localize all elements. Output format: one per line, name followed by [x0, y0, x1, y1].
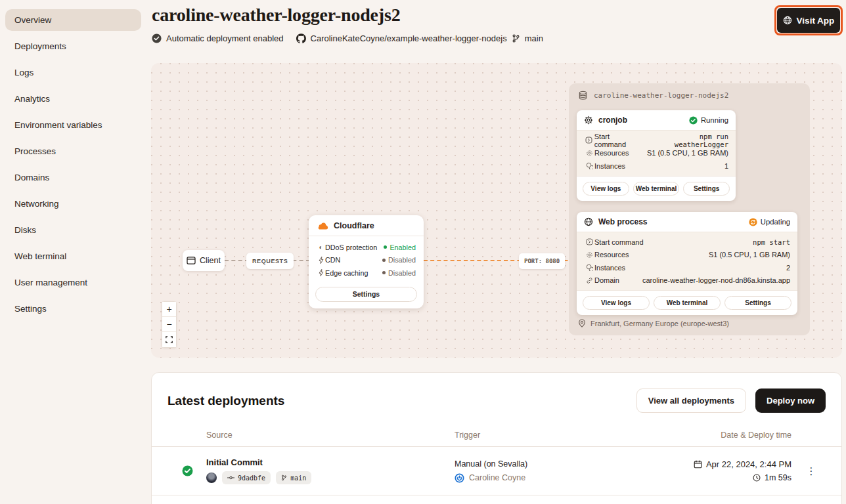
start-command-icon	[584, 136, 594, 144]
cloudflare-card[interactable]: Cloudflare ◐ DDoS protection Enabled CDN…	[309, 215, 424, 308]
deployment-success-icon	[167, 465, 206, 476]
bolt-icon	[317, 257, 325, 264]
requests-edge-label: REQUESTS	[246, 253, 294, 269]
column-date-deploy-time: Date & Deploy time	[643, 430, 791, 440]
cronjob-start-command-row: Start command npm run weatherLogger	[584, 134, 728, 147]
commit-hash-badge[interactable]: 9dadbfe	[222, 471, 271, 484]
cronjob-process-card[interactable]: cronjob Running Start command n	[577, 110, 736, 201]
branch-label[interactable]: main	[525, 33, 543, 43]
cronjob-resources-row: Resources S1 (0.5 CPU, 1 GB RAM)	[584, 147, 728, 160]
row-menu-kebab[interactable]: ⋮	[791, 465, 831, 477]
web-web-terminal-button[interactable]: Web terminal	[654, 296, 721, 310]
row-label: Start command	[594, 133, 642, 148]
domain-link[interactable]: caroline-weather-logger-nod-dn86a.kinsta…	[642, 276, 790, 284]
commit-icon	[227, 475, 234, 480]
row-label: Domain	[594, 276, 619, 284]
author-name[interactable]: Caroline Coyne	[469, 473, 525, 482]
deployment-row[interactable]: Initial Commit 9dadbfe main	[152, 447, 841, 495]
cronjob-settings-button[interactable]: Settings	[683, 182, 730, 196]
client-node[interactable]: Client	[183, 250, 225, 271]
view-all-deployments-button[interactable]: View all deployments	[636, 388, 746, 413]
row-label: Instances	[594, 264, 625, 272]
cronjob-title: cronjob	[598, 116, 627, 125]
row-label: Resources	[594, 149, 629, 157]
sidebar-item-web-terminal[interactable]: Web terminal	[5, 245, 141, 267]
location-pin-icon	[578, 319, 586, 327]
cronjob-view-logs-button[interactable]: View logs	[583, 182, 629, 196]
web-start-command-row: Start command npm start	[584, 236, 790, 249]
web-settings-button[interactable]: Settings	[724, 296, 791, 310]
instances-icon	[584, 162, 594, 169]
sidebar-item-domains[interactable]: Domains	[5, 167, 141, 188]
branch-icon	[512, 34, 520, 43]
row-value: 2	[786, 264, 790, 272]
sidebar-item-deployments[interactable]: Deployments	[5, 35, 141, 57]
sidebar-item-analytics[interactable]: Analytics	[5, 88, 141, 110]
sidebar-item-overview[interactable]: Overview	[5, 9, 141, 31]
web-process-card[interactable]: Web process Updating Start command	[577, 212, 797, 315]
branch-badge[interactable]: main	[276, 471, 311, 484]
sidebar-item-processes[interactable]: Processes	[5, 140, 141, 162]
row-value: 1	[724, 162, 728, 170]
start-command-icon	[584, 238, 594, 245]
row-value: npm start	[753, 238, 790, 246]
sidebar-item-networking[interactable]: Networking	[5, 193, 141, 215]
bolt-icon	[317, 269, 325, 276]
row-label: Start command	[594, 238, 644, 246]
row-value: npm run weatherLogger	[642, 133, 728, 148]
port-edge-label: PORT: 8080	[519, 253, 565, 269]
client-label: Client	[200, 256, 221, 265]
web-resources-row: Resources S1 (0.5 CPU, 1 GB RAM)	[584, 249, 790, 262]
architecture-diagram[interactable]: Client REQUESTS Cloudflare ◐ DDoS protec…	[151, 63, 842, 358]
cloudflare-row-label: DDoS protection	[325, 243, 377, 251]
repo-link[interactable]: CarolineKateCoyne/example-weather-logger…	[311, 33, 507, 43]
cloudflare-row-cdn: CDN Disabled	[317, 254, 416, 267]
cloudflare-row-ddos: ◐ DDoS protection Enabled	[317, 241, 416, 254]
page-title: caroline-weather-logger-nodejs2	[152, 5, 400, 26]
zoom-in-button[interactable]: +	[162, 302, 176, 317]
committer-avatar	[206, 472, 217, 483]
sidebar-item-settings[interactable]: Settings	[5, 298, 141, 320]
app-overview-page: Overview Deployments Logs Analytics Envi…	[0, 0, 846, 504]
row-value: S1 (0.5 CPU, 1 GB RAM)	[709, 251, 790, 259]
sidebar: Overview Deployments Logs Analytics Envi…	[0, 0, 151, 504]
column-trigger: Trigger	[455, 430, 643, 440]
cloudflare-row-label: Edge caching	[325, 269, 368, 277]
column-source: Source	[206, 430, 455, 440]
clock-icon	[753, 474, 761, 482]
app-group-card[interactable]: caroline-weather-logger-nodejs2 cronjob …	[569, 83, 810, 335]
trigger-type: Manual (on Sevalla)	[455, 459, 643, 469]
cronjob-web-terminal-button[interactable]: Web terminal	[633, 182, 680, 196]
commit-message: Initial Commit	[206, 457, 455, 467]
latest-deployments-card: Latest deployments View all deployments …	[151, 372, 842, 504]
auto-deploy-label: Automatic deployment enabled	[166, 33, 284, 43]
cloudflare-settings-button[interactable]: Settings	[315, 287, 417, 302]
region-label: Frankfurt, Germany Europe (europe-west3)	[590, 320, 729, 327]
gear-icon	[584, 116, 593, 125]
resources-icon	[584, 150, 594, 157]
resources-icon	[584, 251, 594, 259]
fit-view-button[interactable]	[162, 332, 176, 347]
browser-icon	[187, 257, 196, 264]
deploy-now-button[interactable]: Deploy now	[755, 388, 826, 413]
sidebar-item-environment-variables[interactable]: Environment variables	[5, 114, 141, 136]
app-group-title: caroline-weather-logger-nodejs2	[594, 91, 728, 100]
author-avatar-icon	[455, 473, 464, 483]
visit-app-button[interactable]: Visit App	[777, 8, 840, 33]
cloudflare-row-value: Disabled	[388, 256, 416, 264]
header-meta: Automatic deployment enabled CarolineKat…	[152, 33, 543, 43]
link-icon	[584, 277, 594, 284]
branch-icon	[281, 474, 287, 481]
cronjob-status-label: Running	[701, 116, 728, 124]
branch-name: main	[290, 474, 306, 482]
diagram-zoom-controls: + −	[162, 301, 177, 348]
sidebar-item-logs[interactable]: Logs	[5, 62, 141, 83]
shield-half-icon: ◐	[317, 243, 325, 251]
sidebar-item-user-management[interactable]: User management	[5, 272, 141, 293]
cloudflare-row-edge-caching: Edge caching Disabled	[317, 266, 416, 280]
sidebar-item-disks[interactable]: Disks	[5, 219, 141, 241]
web-view-logs-button[interactable]: View logs	[583, 296, 650, 310]
calendar-icon	[694, 460, 702, 469]
zoom-out-button[interactable]: −	[162, 317, 176, 332]
cloudflare-row-value: Disabled	[388, 269, 416, 277]
